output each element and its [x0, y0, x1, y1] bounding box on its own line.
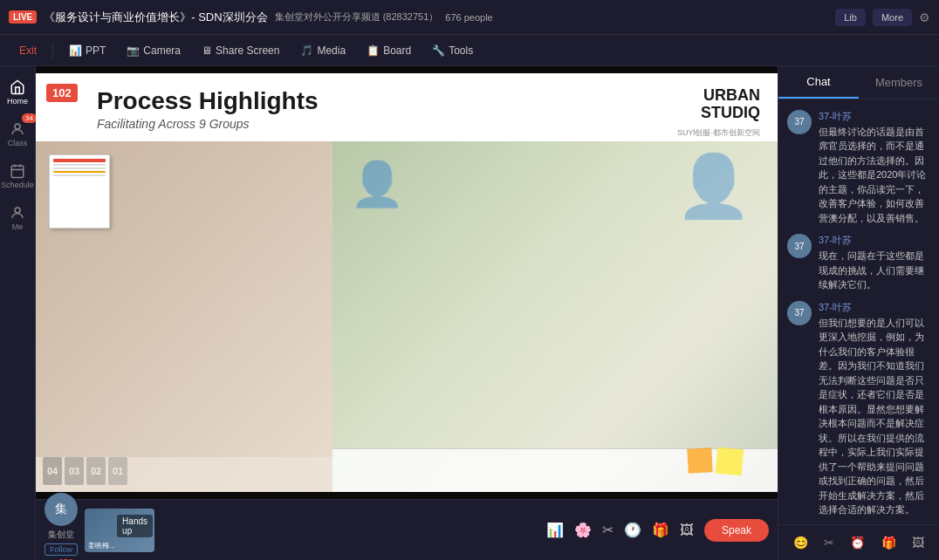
top-bar: LIVE 《服务设计与商业价值增长》- SDN深圳分会 集创堂对外公开分享频道 … — [0, 0, 939, 35]
schedule-label: Schedule — [1, 181, 34, 189]
settings-button[interactable]: ⚙ — [919, 10, 930, 24]
camera-label: Camera — [143, 44, 181, 57]
chat-avatar-2: 37 — [787, 110, 812, 134]
exit-button[interactable]: Exit — [10, 41, 45, 60]
chat-text-2: 但最终讨论的话题是由首席官员选择的，而不是通过他们的方法选择的。因此，这些都是2… — [819, 125, 930, 226]
chat-message-3: 37 37-叶苏 现在，问题在于这些都是现成的挑战，人们需要继续解决它们。 — [787, 234, 930, 292]
sidebar-item-class[interactable]: Class 34 — [0, 115, 35, 154]
people-count: 676 people — [445, 12, 492, 23]
photo-area: 04 03 02 01 — [36, 141, 778, 492]
image-icon-button[interactable]: 🖼 — [680, 522, 694, 538]
postit-2 — [687, 447, 712, 473]
cctalk-label: CCta|k — [46, 73, 77, 84]
sidebar-item-schedule[interactable]: Schedule — [0, 157, 35, 195]
media-label: Media — [317, 44, 346, 57]
chat-input-area: 😊 ✂ ⏰ 🎁 🖼 — [778, 524, 939, 560]
chat-tool-scissors[interactable]: ✂ — [824, 536, 834, 550]
photo-right: 👤 👤 — [332, 141, 778, 492]
follow-button[interactable]: Follow — [45, 543, 78, 556]
speak-button[interactable]: Speak — [704, 519, 769, 542]
tools-icon: 🔧 — [432, 44, 445, 57]
gift-icon-button[interactable]: 🎁 — [652, 522, 669, 538]
channel-subtitle: 集创堂对外公开分享频道 (82832751） — [275, 10, 439, 24]
more-button[interactable]: More — [873, 9, 912, 26]
chat-toolbar-icons: 😊 ✂ ⏰ 🎁 🖼 — [785, 532, 932, 553]
chat-message-1: 37 37-叶苏 他们对此并不高兴，因为他们觉得，你知道，背后捅了一刀。 — [787, 99, 930, 101]
chat-username-4: 37-叶苏 — [819, 301, 930, 314]
tab-chat[interactable]: Chat — [778, 66, 859, 99]
panel-tabs: Chat Members — [778, 66, 939, 99]
person-right: 👤 — [675, 150, 751, 222]
share-screen-button[interactable]: 🖥 Share Screen — [193, 41, 288, 60]
chat-content-4: 37-叶苏 但我们想要的是人们可以更深入地挖掘，例如，为什么我们的客户体验很差。… — [819, 301, 930, 517]
share-screen-icon: 🖥 — [202, 44, 212, 57]
class-badge: 34 — [22, 113, 37, 123]
waveform-icon-button[interactable]: 📊 — [546, 522, 564, 538]
emoji-reaction-button[interactable]: 🌸 — [574, 522, 592, 538]
slide-subtitle: Facilitating Across 9 Groups — [97, 117, 757, 131]
sidebar-group-icon: Class 34 — [0, 115, 35, 154]
chat-text-1: 他们对此并不高兴，因为他们觉得，你知道，背后捅了一刀。 — [819, 99, 930, 101]
chat-message-4: 37 37-叶苏 但我们想要的是人们可以更深入地挖掘，例如，为什么我们的客户体验… — [787, 301, 930, 517]
me-label: Me — [12, 222, 24, 231]
chat-content-2: 37-叶苏 但最终讨论的话题是由首席官员选择的，而不是通过他们的方法选择的。因此… — [819, 110, 930, 226]
chat-text-3: 现在，问题在于这些都是现成的挑战，人们需要继续解决它们。 — [819, 249, 930, 292]
ppt-icon: 📊 — [69, 44, 82, 57]
slide-title: Process Highlights — [97, 87, 757, 115]
thumb-name-1: 姜映梅... — [88, 541, 115, 550]
clock-icon-button[interactable]: 🕐 — [624, 522, 641, 538]
media-icon: 🎵 — [300, 44, 313, 57]
camera-button[interactable]: 📷 Camera — [118, 41, 189, 60]
slide-logo: URBAN STUDIQ SUYl创服·都市创新空间 — [677, 87, 760, 139]
media-button[interactable]: 🎵 Media — [291, 41, 354, 60]
bottom-right-buttons: 📊 🌸 ✂ 🕐 🎁 🖼 Speak — [546, 519, 769, 542]
chat-content-1: 37-叶苏 他们对此并不高兴，因为他们觉得，你知道，背后捅了一刀。 — [819, 99, 930, 101]
chat-avatar-4: 37 — [787, 301, 812, 325]
host-avatar: 集 — [45, 493, 78, 526]
photo-content-left: 04 03 02 01 — [36, 141, 332, 492]
toolbar: Exit 📊 PPT 📷 Camera 🖥 Share Screen 🎵 Med… — [0, 35, 939, 66]
live-badge: LIVE — [9, 10, 37, 24]
svg-point-0 — [15, 124, 20, 129]
postit-1 — [716, 447, 744, 476]
photo-left: 04 03 02 01 — [36, 141, 332, 492]
scissors-icon-button[interactable]: ✂ — [602, 522, 613, 538]
person-left: 👤 — [350, 159, 404, 209]
bottom-bar: 集 集创堂 Follow ❤ 672 姜映梅... Hands up 📊 🌸 ✂… — [36, 499, 778, 560]
hands-up-label: Hands up — [117, 515, 153, 537]
ppt-button[interactable]: 📊 PPT — [60, 41, 114, 60]
tab-members[interactable]: Members — [859, 66, 939, 99]
chat-avatar-3: 37 — [787, 234, 812, 258]
board-button[interactable]: 📋 Board — [358, 41, 420, 60]
channel-title: 《服务设计与商业价值增长》- SDN深圳分会 — [44, 10, 267, 25]
chat-tool-emoji[interactable]: 😊 — [793, 536, 808, 550]
main-content: Home Class 34 Schedule Me CCta|k — [0, 66, 939, 560]
chat-messages: 37 37-叶苏 团队，参与这些准备工作。 37 37-叶苏 他们对此并不高兴，… — [778, 99, 939, 524]
chat-message-2: 37 37-叶苏 但最终讨论的话题是由首席官员选择的，而不是通过他们的方法选择的… — [787, 110, 930, 226]
svg-point-5 — [15, 208, 20, 213]
right-panel: Chat Members 37 37-叶苏 团队，参与这些准备工作。 37 37… — [778, 66, 939, 560]
chat-text-4: 但我们想要的是人们可以更深入地挖掘，例如，为什么我们的客户体验很差。因为我们不知… — [819, 316, 930, 517]
fullscreen-button[interactable] — [753, 73, 767, 90]
tools-label: Tools — [449, 44, 473, 57]
left-sidebar: Home Class 34 Schedule Me — [0, 66, 36, 560]
sidebar-item-home[interactable]: Home — [0, 73, 35, 112]
sidebar-item-me[interactable]: Me — [0, 199, 35, 237]
tools-button[interactable]: 🔧 Tools — [423, 41, 482, 60]
chat-tool-clock[interactable]: ⏰ — [850, 536, 865, 550]
logo-sub: SUYl创服·都市创新空间 — [677, 128, 760, 137]
host-name: 集创堂 — [48, 529, 74, 541]
board-icon: 📋 — [367, 44, 380, 57]
slide-number: 102 — [46, 84, 78, 102]
logo-line2: STUDIQ — [701, 104, 760, 121]
host-user: 集 集创堂 Follow ❤ 672 — [45, 493, 78, 561]
home-label: Home — [7, 97, 28, 106]
chat-tool-image[interactable]: 🖼 — [912, 536, 924, 550]
lib-button[interactable]: Lib — [835, 9, 866, 26]
share-screen-label: Share Screen — [216, 44, 279, 57]
photo-content-right: 👤 👤 — [332, 141, 778, 492]
document-stack — [49, 154, 110, 229]
slide-frame: 102 Process Highlights Facilitating Acro… — [36, 73, 778, 492]
slide-title-area: Process Highlights Facilitating Across 9… — [36, 73, 778, 134]
chat-tool-gift[interactable]: 🎁 — [881, 536, 896, 550]
